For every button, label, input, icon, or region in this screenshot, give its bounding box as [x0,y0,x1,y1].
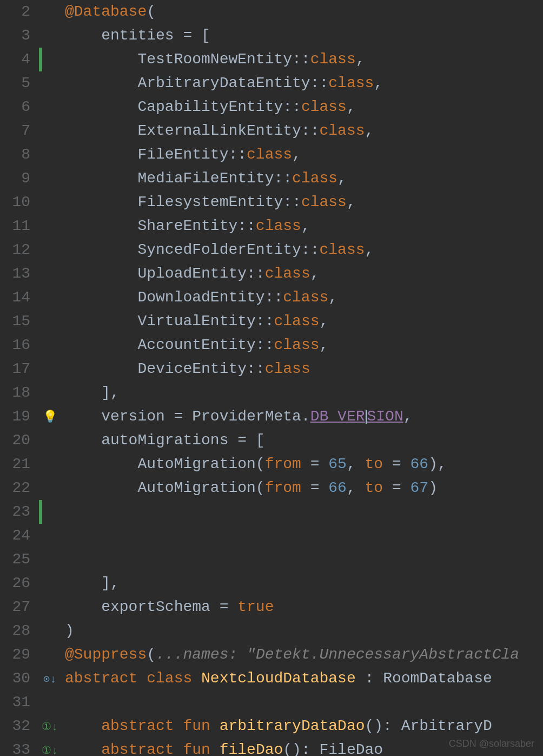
code-line-23 [65,500,543,524]
gutter-23 [39,500,61,524]
gutter-15 [39,310,61,333]
line-num-23: 23 [0,500,30,524]
line-num-12: 12 [0,238,30,262]
code-line-7: ExternalLinkEntity::class, [65,119,543,143]
line-num-33: 33 [0,738,30,756]
code-line-19: version = ProviderMeta.DB_VERSION, [65,405,543,429]
code-line-15: VirtualEntity::class, [65,310,543,333]
arrow-down-icon: ⊙↓ [43,672,56,686]
code-line-12: SyncedFolderEntity::class, [65,238,543,262]
line-num-19: 19 [0,405,30,429]
gutter-8 [39,143,61,167]
line-num-13: 13 [0,262,30,286]
code-line-3: entities = [ [65,24,543,48]
line-num-22: 22 [0,476,30,500]
gutter-7 [39,119,61,143]
line-num-16: 16 [0,333,30,357]
line-num-6: 6 [0,95,30,119]
code-line-25 [65,548,543,571]
line-num-3: 3 [0,24,30,48]
code-line-13: UploadEntity::class, [65,262,543,286]
line-num-7: 7 [0,119,30,143]
code-line-22: AutoMigration(from = 66, to = 67) [65,476,543,500]
lightbulb-icon[interactable]: 💡 [43,410,57,424]
line-num-28: 28 [0,619,30,643]
line-num-25: 25 [0,548,30,571]
gutter-17 [39,357,61,381]
line-num-4: 4 [0,48,30,71]
change-bar-4 [39,48,42,71]
gutter-29 [39,643,61,667]
code-line-27: exportSchema = true [65,595,543,619]
gutter-33: ①↓ [39,738,61,756]
code-line-11: ShareEntity::class, [65,214,543,238]
gutter-6 [39,95,61,119]
gutter-3 [39,24,61,48]
gutter-12 [39,238,61,262]
code-line-31 [65,691,543,714]
line-num-8: 8 [0,143,30,167]
gutter-16 [39,333,61,357]
code-line-24 [65,524,543,548]
annotation-database: @Database [65,0,147,24]
line-num-11: 11 [0,214,30,238]
gutter-24 [39,524,61,548]
line-num-21: 21 [0,452,30,476]
code-line-28: ) [65,619,543,643]
gutter-5 [39,71,61,95]
gutter: 💡 ⊙↓ ①↓ ①↓ ①↓ [39,0,61,756]
line-num-24: 24 [0,524,30,548]
gutter-9 [39,167,61,190]
code-line-9: MediaFileEntity::class, [65,167,543,190]
code-line-18: ], [65,381,543,405]
gutter-19: 💡 [39,405,61,429]
change-bar-23 [39,500,42,524]
gutter-13 [39,262,61,286]
gutter-32: ①↓ [39,714,61,738]
line-num-15: 15 [0,310,30,333]
line-num-17: 17 [0,357,30,381]
line-num-5: 5 [0,71,30,95]
line-num-29: 29 [0,643,30,667]
code-editor: 2 3 4 5 6 7 8 9 10 11 12 13 14 15 16 17 … [0,0,543,756]
code-line-14: DownloadEntity::class, [65,286,543,310]
line-num-31: 31 [0,691,30,714]
code-line-10: FilesystemEntity::class, [65,190,543,214]
line-num-14: 14 [0,286,30,310]
code-line-17: DeviceEntity::class [65,357,543,381]
line-num-2: 2 [0,0,30,24]
code-line-4: TestRoomNewEntity::class, [65,48,543,71]
code-line-26: ], [65,571,543,595]
gutter-26 [39,571,61,595]
gutter-11 [39,214,61,238]
arrow-green-icon-33: ①↓ [42,744,58,757]
gutter-22 [39,476,61,500]
gutter-14 [39,286,61,310]
line-num-20: 20 [0,429,30,452]
line-num-10: 10 [0,190,30,214]
code-line-5: ArbitraryDataEntity::class, [65,71,543,95]
line-num-27: 27 [0,595,30,619]
line-num-26: 26 [0,571,30,595]
code-line-21: AutoMigration(from = 65, to = 66), [65,452,543,476]
code-line-30: abstract class NextcloudDatabase : RoomD… [65,667,543,691]
code-line-8: FileEntity::class, [65,143,543,167]
gutter-21 [39,452,61,476]
gutter-25 [39,548,61,571]
gutter-2 [39,0,61,24]
line-num-30: 30 [0,667,30,691]
watermark: CSDN @solarsaber [449,738,534,750]
gutter-28 [39,619,61,643]
code-line-6: CapabilityEntity::class, [65,95,543,119]
code-content: @Database( entities = [ TestRoomNewEntit… [61,0,543,756]
code-line-29: @Suppress(...names: "Detekt.UnnecessaryA… [65,643,543,667]
gutter-4 [39,48,61,71]
gutter-31 [39,691,61,714]
gutter-10 [39,190,61,214]
line-num-9: 9 [0,167,30,190]
arrow-green-icon-32: ①↓ [42,720,58,733]
line-num-32: 32 [0,714,30,738]
gutter-18 [39,381,61,405]
line-num-18: 18 [0,381,30,405]
gutter-20 [39,429,61,452]
